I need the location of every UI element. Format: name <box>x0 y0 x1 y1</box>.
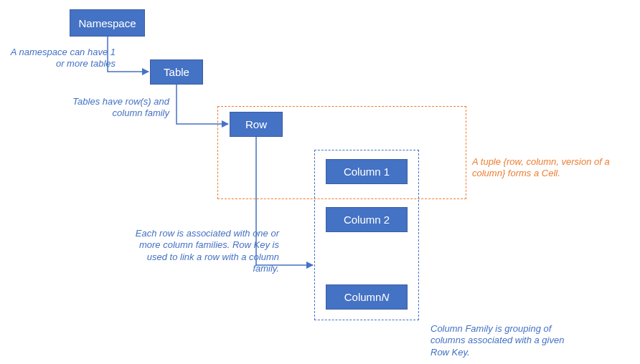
arrow-row-columnfamily <box>256 137 313 265</box>
arrows-layer <box>0 0 640 364</box>
arrow-namespace-table <box>108 37 149 72</box>
arrow-table-row <box>177 85 228 124</box>
